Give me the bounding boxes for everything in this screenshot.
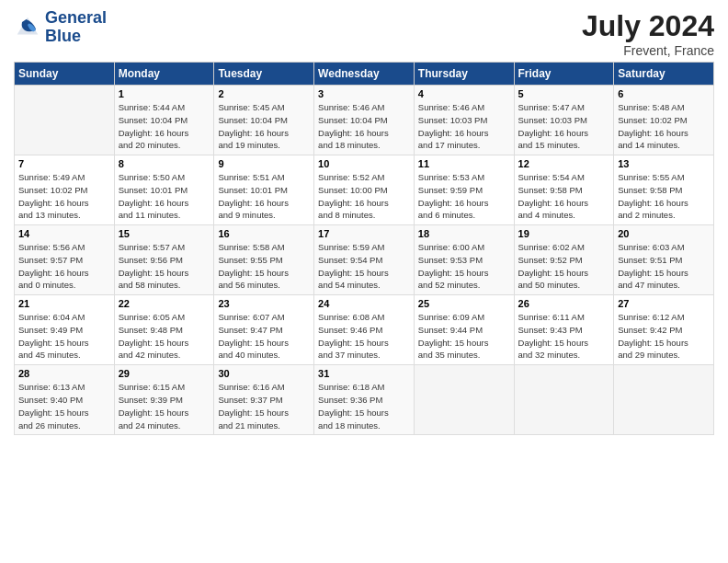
day-info: Sunrise: 6:15 AM Sunset: 9:39 PM Dayligh…: [119, 381, 210, 431]
day-info: Sunrise: 6:18 AM Sunset: 9:36 PM Dayligh…: [318, 381, 410, 431]
logo: General Blue: [14, 9, 107, 46]
day-number: 16: [218, 228, 310, 239]
day-number: 20: [618, 228, 710, 239]
day-info: Sunrise: 5:56 AM Sunset: 9:57 PM Dayligh…: [18, 241, 110, 292]
week-row-1: 1Sunrise: 5:44 AM Sunset: 10:04 PM Dayli…: [15, 86, 714, 155]
day-cell: 25Sunrise: 6:09 AM Sunset: 9:44 PM Dayli…: [414, 295, 514, 365]
day-info: Sunrise: 6:11 AM Sunset: 9:43 PM Dayligh…: [518, 311, 610, 362]
day-cell: 9Sunrise: 5:51 AM Sunset: 10:01 PM Dayli…: [214, 155, 314, 225]
day-number: 12: [518, 158, 610, 169]
week-row-3: 14Sunrise: 5:56 AM Sunset: 9:57 PM Dayli…: [15, 225, 714, 295]
logo-line2: Blue: [45, 28, 107, 46]
day-cell: 8Sunrise: 5:50 AM Sunset: 10:01 PM Dayli…: [114, 155, 214, 225]
day-number: 19: [518, 228, 610, 239]
day-info: Sunrise: 5:55 AM Sunset: 9:58 PM Dayligh…: [618, 171, 710, 222]
weekday-header-row: SundayMondayTuesdayWednesdayThursdayFrid…: [15, 63, 714, 86]
day-number: 28: [18, 368, 110, 379]
day-number: 1: [119, 88, 210, 99]
day-cell: 23Sunrise: 6:07 AM Sunset: 9:47 PM Dayli…: [214, 295, 314, 365]
day-cell: 24Sunrise: 6:08 AM Sunset: 9:46 PM Dayli…: [314, 295, 415, 365]
day-number: 30: [218, 368, 310, 379]
logo-line1: General: [45, 9, 107, 28]
day-cell: 19Sunrise: 6:02 AM Sunset: 9:52 PM Dayli…: [514, 225, 614, 295]
day-cell: 20Sunrise: 6:03 AM Sunset: 9:51 PM Dayli…: [614, 225, 714, 295]
day-info: Sunrise: 6:09 AM Sunset: 9:44 PM Dayligh…: [418, 311, 510, 362]
day-number: 26: [518, 298, 610, 309]
day-info: Sunrise: 6:13 AM Sunset: 9:40 PM Dayligh…: [18, 381, 110, 431]
month-title: July 2024: [582, 9, 714, 43]
day-info: Sunrise: 5:49 AM Sunset: 10:02 PM Daylig…: [18, 171, 110, 222]
day-number: 27: [618, 298, 710, 309]
calendar-table: SundayMondayTuesdayWednesdayThursdayFrid…: [14, 62, 714, 435]
day-info: Sunrise: 6:16 AM Sunset: 9:37 PM Dayligh…: [218, 381, 310, 431]
day-number: 21: [18, 298, 110, 309]
day-number: 29: [119, 368, 210, 379]
day-cell: [414, 365, 514, 435]
day-info: Sunrise: 5:59 AM Sunset: 9:54 PM Dayligh…: [318, 241, 410, 292]
day-cell: [15, 86, 115, 155]
day-cell: 4Sunrise: 5:46 AM Sunset: 10:03 PM Dayli…: [414, 86, 514, 155]
day-cell: 2Sunrise: 5:45 AM Sunset: 10:04 PM Dayli…: [214, 86, 314, 155]
day-info: Sunrise: 6:12 AM Sunset: 9:42 PM Dayligh…: [618, 311, 710, 362]
day-info: Sunrise: 5:57 AM Sunset: 9:56 PM Dayligh…: [119, 241, 210, 292]
day-number: 31: [318, 368, 410, 379]
week-row-5: 28Sunrise: 6:13 AM Sunset: 9:40 PM Dayli…: [15, 365, 714, 435]
day-info: Sunrise: 5:53 AM Sunset: 9:59 PM Dayligh…: [418, 171, 510, 222]
day-info: Sunrise: 5:45 AM Sunset: 10:04 PM Daylig…: [218, 101, 310, 152]
day-cell: 3Sunrise: 5:46 AM Sunset: 10:04 PM Dayli…: [314, 86, 415, 155]
day-cell: 28Sunrise: 6:13 AM Sunset: 9:40 PM Dayli…: [15, 365, 115, 435]
day-number: 24: [318, 298, 410, 309]
day-info: Sunrise: 5:54 AM Sunset: 9:58 PM Dayligh…: [518, 171, 610, 222]
day-number: 23: [218, 298, 310, 309]
day-number: 11: [418, 158, 510, 169]
weekday-header-wednesday: Wednesday: [314, 63, 415, 86]
day-number: 14: [18, 228, 110, 239]
location-title: Frevent, France: [582, 43, 714, 58]
title-block: July 2024 Frevent, France: [582, 9, 714, 58]
day-cell: 10Sunrise: 5:52 AM Sunset: 10:00 PM Dayl…: [314, 155, 415, 225]
weekday-header-friday: Friday: [514, 63, 614, 86]
weekday-header-saturday: Saturday: [614, 63, 714, 86]
day-cell: 22Sunrise: 6:05 AM Sunset: 9:48 PM Dayli…: [114, 295, 214, 365]
day-cell: 11Sunrise: 5:53 AM Sunset: 9:59 PM Dayli…: [414, 155, 514, 225]
day-number: 7: [18, 158, 110, 169]
day-cell: 26Sunrise: 6:11 AM Sunset: 9:43 PM Dayli…: [514, 295, 614, 365]
day-cell: 13Sunrise: 5:55 AM Sunset: 9:58 PM Dayli…: [614, 155, 714, 225]
weekday-header-tuesday: Tuesday: [214, 63, 314, 86]
day-number: 25: [418, 298, 510, 309]
day-number: 5: [518, 88, 610, 99]
day-info: Sunrise: 5:50 AM Sunset: 10:01 PM Daylig…: [119, 171, 210, 222]
day-cell: [514, 365, 614, 435]
week-row-2: 7Sunrise: 5:49 AM Sunset: 10:02 PM Dayli…: [15, 155, 714, 225]
day-number: 6: [618, 88, 710, 99]
day-info: Sunrise: 5:52 AM Sunset: 10:00 PM Daylig…: [318, 171, 410, 222]
day-cell: 27Sunrise: 6:12 AM Sunset: 9:42 PM Dayli…: [614, 295, 714, 365]
day-number: 9: [218, 158, 310, 169]
day-info: Sunrise: 6:07 AM Sunset: 9:47 PM Dayligh…: [218, 311, 310, 362]
day-info: Sunrise: 5:51 AM Sunset: 10:01 PM Daylig…: [218, 171, 310, 222]
day-cell: 29Sunrise: 6:15 AM Sunset: 9:39 PM Dayli…: [114, 365, 214, 435]
day-number: 17: [318, 228, 410, 239]
day-number: 13: [618, 158, 710, 169]
day-info: Sunrise: 5:58 AM Sunset: 9:55 PM Dayligh…: [218, 241, 310, 292]
weekday-header-monday: Monday: [114, 63, 214, 86]
day-cell: 18Sunrise: 6:00 AM Sunset: 9:53 PM Dayli…: [414, 225, 514, 295]
day-info: Sunrise: 6:05 AM Sunset: 9:48 PM Dayligh…: [119, 311, 210, 362]
day-number: 18: [418, 228, 510, 239]
day-cell: 1Sunrise: 5:44 AM Sunset: 10:04 PM Dayli…: [114, 86, 214, 155]
day-number: 22: [119, 298, 210, 309]
day-info: Sunrise: 5:48 AM Sunset: 10:02 PM Daylig…: [618, 101, 710, 152]
day-info: Sunrise: 5:44 AM Sunset: 10:04 PM Daylig…: [119, 101, 210, 152]
weekday-header-sunday: Sunday: [15, 63, 115, 86]
day-info: Sunrise: 6:00 AM Sunset: 9:53 PM Dayligh…: [418, 241, 510, 292]
day-number: 10: [318, 158, 410, 169]
logo-icon: [14, 14, 41, 41]
day-cell: [614, 365, 714, 435]
day-number: 4: [418, 88, 510, 99]
day-info: Sunrise: 5:47 AM Sunset: 10:03 PM Daylig…: [518, 101, 610, 152]
day-number: 8: [119, 158, 210, 169]
day-info: Sunrise: 5:46 AM Sunset: 10:04 PM Daylig…: [318, 101, 410, 152]
day-number: 2: [218, 88, 310, 99]
day-info: Sunrise: 6:02 AM Sunset: 9:52 PM Dayligh…: [518, 241, 610, 292]
logo-text: General Blue: [45, 9, 107, 46]
